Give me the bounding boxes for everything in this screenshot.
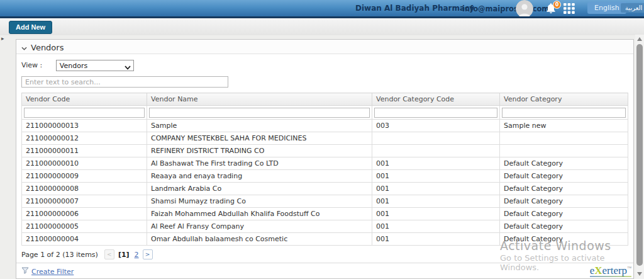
- action-toolbar: Add New: [0, 18, 644, 35]
- logo-tagline-line: [590, 276, 631, 277]
- table-cell: Default Category: [500, 170, 628, 183]
- grid-header-row: Vendor CodeVendor NameVendor Category Co…: [22, 93, 628, 106]
- notification-count-badge: 0: [553, 1, 561, 9]
- user-avatar[interactable]: [516, 0, 533, 18]
- table-cell: 211000000008: [22, 183, 147, 195]
- sidebar-expand-arrow-icon[interactable]: ▸: [1, 35, 4, 42]
- table-cell: 003: [372, 120, 500, 132]
- table-cell: 211000000004: [22, 233, 147, 246]
- table-row[interactable]: 211000000013Sample003Sample new: [22, 120, 628, 132]
- table-cell: [372, 145, 500, 157]
- table-row[interactable]: 211000000008Landmark Arabia Co001Default…: [22, 183, 628, 195]
- table-cell: 211000000005: [22, 220, 147, 233]
- filter-funnel-icon: [21, 267, 29, 276]
- table-cell: Al Reef Al Fransy Company: [147, 220, 372, 233]
- table-cell: 001: [372, 170, 500, 183]
- vertical-scrollbar[interactable]: [635, 35, 644, 279]
- company-name: Diwan Al Badiyah Pharmacy: [355, 4, 474, 13]
- chevron-down-icon: [125, 64, 131, 72]
- vendors-table: Vendor CodeVendor NameVendor Category Co…: [21, 93, 628, 246]
- logo-text-rest: erterp: [602, 265, 627, 276]
- table-cell: [372, 132, 500, 145]
- trademark-symbol: ™: [627, 266, 631, 271]
- table-cell: Default Category: [500, 220, 628, 233]
- table-row[interactable]: 211000000010Al Bashawat The First tradin…: [22, 157, 628, 170]
- table-cell: [500, 145, 628, 157]
- table-cell: 001: [372, 157, 500, 170]
- create-filter-link[interactable]: Create Filter: [31, 268, 74, 276]
- language-arabic-button[interactable]: العربية: [621, 3, 644, 13]
- table-row[interactable]: 211000000012COMPANY MESTEKBEL SAHA FOR M…: [22, 132, 628, 145]
- view-selector-row: View : Vendors: [21, 60, 628, 72]
- table-row[interactable]: 211000000005Al Reef Al Fransy Company001…: [22, 220, 628, 233]
- pagination-summary: Page 1 of 2 (13 items): [21, 251, 98, 259]
- table-cell: 001: [372, 183, 500, 195]
- column-filter-input[interactable]: [149, 108, 370, 118]
- search-input[interactable]: [21, 76, 228, 88]
- person-icon: [516, 0, 533, 18]
- table-cell: Default Category: [500, 157, 628, 170]
- table-cell: 211000000009: [22, 170, 147, 183]
- table-cell: Shamsi Mumayz trading Co: [147, 195, 372, 208]
- table-cell: 211000000012: [22, 132, 147, 145]
- table-cell: Faizah Mohammed Abdullah Khalifa Foodstu…: [147, 208, 372, 220]
- table-cell: Sample new: [500, 120, 628, 132]
- table-row[interactable]: 211000000011REFINERY DISTRICT TRADING CO: [22, 145, 628, 157]
- table-cell: Omar Abdullah balaamesh co Cosmetic: [147, 233, 372, 246]
- view-select[interactable]: Vendors: [56, 60, 134, 71]
- table-cell: 211000000013: [22, 120, 147, 132]
- filter-cell: [147, 106, 372, 120]
- current-page-indicator: [1]: [118, 251, 130, 259]
- collapse-chevron-icon: [21, 43, 27, 52]
- column-filter-input[interactable]: [374, 108, 497, 118]
- table-row[interactable]: 211000000006Faizah Mohammed Abdullah Kha…: [22, 208, 628, 220]
- scroll-down-arrow-icon[interactable]: [637, 272, 642, 276]
- table-cell: Reaaya and enaya trading: [147, 170, 372, 183]
- column-header[interactable]: Vendor Category Code: [372, 93, 500, 106]
- user-email: info@maiprosoft.com: [462, 4, 549, 13]
- table-cell: Al Bashawat The First trading Co LTD: [147, 157, 372, 170]
- table-cell: [500, 132, 628, 145]
- scroll-up-arrow-icon[interactable]: [637, 37, 642, 41]
- table-cell: 001: [372, 233, 500, 246]
- column-header[interactable]: Vendor Category: [500, 93, 628, 106]
- column-filter-input[interactable]: [502, 108, 626, 118]
- next-page-button[interactable]: >: [143, 249, 153, 259]
- table-cell: Sample: [147, 120, 372, 132]
- vendors-panel: Vendors View : Vendors Vendor CodeVendor…: [16, 39, 634, 279]
- top-navigation-bar: Diwan Al Badiyah Pharmacy info@maiprosof…: [0, 0, 644, 16]
- table-cell: 211000000011: [22, 145, 147, 157]
- table-cell: 211000000007: [22, 195, 147, 208]
- table-cell: 001: [372, 195, 500, 208]
- column-header[interactable]: Vendor Name: [147, 93, 372, 106]
- table-cell: 001: [372, 220, 500, 233]
- filter-cell: [500, 106, 628, 120]
- add-new-button[interactable]: Add New: [9, 21, 52, 34]
- table-cell: REFINERY DISTRICT TRADING CO: [147, 145, 372, 157]
- page-2-link[interactable]: 2: [135, 251, 139, 259]
- filter-cell: [22, 106, 147, 120]
- table-cell: Default Category: [500, 233, 628, 246]
- table-cell: 211000000010: [22, 157, 147, 170]
- table-cell: 211000000006: [22, 208, 147, 220]
- column-header[interactable]: Vendor Code: [22, 93, 147, 106]
- grid-body: 211000000013Sample003Sample new211000000…: [22, 120, 628, 246]
- table-row[interactable]: 211000000004Omar Abdullah balaamesh co C…: [22, 233, 628, 246]
- apps-grid-icon[interactable]: [564, 3, 575, 14]
- column-filter-input[interactable]: [24, 108, 145, 118]
- view-label: View :: [21, 61, 42, 69]
- filter-cell: [372, 106, 500, 120]
- logo-accent-letter: X: [594, 265, 602, 276]
- grid-filter-row: [22, 106, 628, 120]
- table-cell: Default Category: [500, 208, 628, 220]
- table-row[interactable]: 211000000007Shamsi Mumayz trading Co001D…: [22, 195, 628, 208]
- panel-header[interactable]: Vendors: [16, 40, 633, 54]
- table-cell: Default Category: [500, 183, 628, 195]
- exerterp-logo: eXerterp™: [590, 264, 631, 277]
- table-row[interactable]: 211000000009Reaaya and enaya trading001D…: [22, 170, 628, 183]
- view-select-value: Vendors: [57, 60, 133, 70]
- scrollbar-thumb[interactable]: [636, 44, 643, 266]
- table-cell: 001: [372, 208, 500, 220]
- table-cell: COMPANY MESTEKBEL SAHA FOR MEDICINES: [147, 132, 372, 145]
- prev-page-button[interactable]: <: [104, 249, 114, 259]
